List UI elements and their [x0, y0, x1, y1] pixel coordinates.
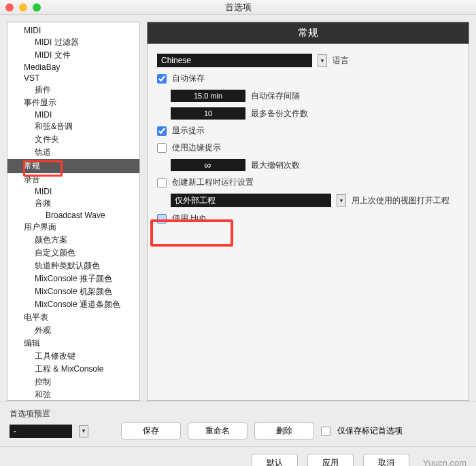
dialog-buttons: 默认 应用 取消 Yuucn.com	[0, 446, 476, 466]
autosave-checkbox[interactable]	[157, 74, 167, 84]
sidebar-item[interactable]: 轨道	[7, 146, 139, 159]
sidebar-item[interactable]: 音频	[7, 197, 139, 210]
sidebar-item[interactable]: MixConsole 推子颜色	[7, 272, 139, 285]
sidebar-item[interactable]: 事件显示	[7, 96, 139, 109]
default-button[interactable]: 默认	[252, 454, 298, 466]
saveonly-checkbox[interactable]	[321, 427, 330, 436]
language-label: 语言	[333, 55, 349, 67]
sidebar-item[interactable]: 自定义颜色	[7, 247, 139, 259]
usehub-checkbox[interactable]	[157, 214, 167, 223]
sidebar-item[interactable]: MIDI	[7, 186, 139, 197]
sidebar[interactable]: MIDIMIDI 过滤器MIDI 文件MediaBayVST插件事件显示MIDI…	[7, 22, 140, 401]
watermark: Yuucn.com	[423, 458, 466, 466]
runsettings-label: 创建新工程时运行设置	[172, 177, 254, 188]
sidebar-item[interactable]: Broadcast Wave	[7, 210, 139, 221]
apply-button[interactable]: 应用	[307, 454, 354, 466]
maxundo-label: 最大撤销次数	[251, 160, 300, 171]
saveonly-label: 仅保存标记首选项	[337, 425, 403, 437]
sidebar-item[interactable]: 用户界面	[7, 221, 139, 234]
window-title: 首选项	[0, 1, 476, 14]
sidebar-item[interactable]: 工程 & MixConsole	[7, 363, 139, 376]
cancel-button[interactable]: 取消	[363, 454, 409, 466]
runsettings-checkbox[interactable]	[157, 178, 167, 187]
maxbackup-label: 最多备份文件数	[251, 108, 308, 120]
preset-select[interactable]: -	[10, 425, 72, 438]
sidebar-item[interactable]: 常规	[7, 159, 139, 173]
chevron-down-icon[interactable]: ▼	[79, 425, 88, 437]
sidebar-item[interactable]: MIDI	[7, 109, 139, 120]
sidebar-item[interactable]: 外观	[7, 324, 139, 337]
interval-label: 自动保存间隔	[251, 90, 300, 102]
sidebar-item[interactable]: 控制	[7, 376, 139, 389]
chevron-down-icon[interactable]: ▼	[337, 194, 346, 207]
sidebar-item[interactable]: MIDI 过滤器	[7, 36, 139, 49]
showhints-checkbox[interactable]	[157, 126, 167, 136]
sidebar-item[interactable]: MediaBay	[7, 62, 139, 73]
preset-label: 首选项预置	[10, 408, 466, 420]
titlebar: 首选项	[0, 0, 476, 15]
save-button[interactable]: 保存	[121, 423, 181, 440]
sidebar-item[interactable]: 和弦&音调	[7, 120, 139, 133]
edgehints-checkbox[interactable]	[157, 143, 167, 153]
delete-button[interactable]: 删除	[254, 423, 314, 440]
panel-title: 常规	[147, 22, 469, 44]
sidebar-item[interactable]: MIDI 文件	[7, 49, 139, 62]
sidebar-item[interactable]: 和弦	[7, 389, 139, 401]
sidebar-item[interactable]: 文件夹	[7, 133, 139, 146]
lastproject-select[interactable]: 仅外部工程	[171, 194, 331, 207]
sidebar-item[interactable]: VST	[7, 73, 139, 84]
usehub-label: 使用 Hub	[172, 213, 205, 224]
settings-panel: Chinese ▼ 语言 自动保存 15.0 min 自动保存间隔 10 最多备…	[147, 44, 469, 401]
autosave-label: 自动保存	[172, 73, 205, 84]
sidebar-item[interactable]: 插件	[7, 84, 139, 96]
interval-value[interactable]: 15.0 min	[171, 90, 245, 102]
edgehints-label: 使用边缘提示	[172, 142, 221, 154]
sidebar-item[interactable]: 电平表	[7, 311, 139, 324]
maxbackup-value[interactable]: 10	[171, 107, 245, 120]
chevron-down-icon[interactable]: ▼	[318, 54, 327, 67]
rename-button[interactable]: 重命名	[188, 423, 248, 440]
sidebar-item[interactable]: 工具修改键	[7, 350, 139, 363]
preset-footer: 首选项预置 - ▼ 保存 重命名 删除 仅保存标记首选项	[0, 401, 476, 446]
sidebar-item[interactable]: 轨道种类默认颜色	[7, 259, 139, 272]
sidebar-item[interactable]: 编辑	[7, 337, 139, 350]
language-select[interactable]: Chinese	[157, 54, 312, 67]
sidebar-item[interactable]: MixConsole 机架颜色	[7, 285, 139, 298]
maxundo-value[interactable]: ∞	[171, 159, 245, 171]
sidebar-item[interactable]: 录音	[7, 173, 139, 186]
sidebar-item[interactable]: 颜色方案	[7, 234, 139, 247]
lastproject-label: 用上次使用的视图打开工程	[352, 195, 449, 207]
sidebar-item[interactable]: MIDI	[7, 25, 139, 36]
sidebar-item[interactable]: MixConsole 通道条颜色	[7, 298, 139, 311]
showhints-label: 显示提示	[172, 125, 205, 137]
